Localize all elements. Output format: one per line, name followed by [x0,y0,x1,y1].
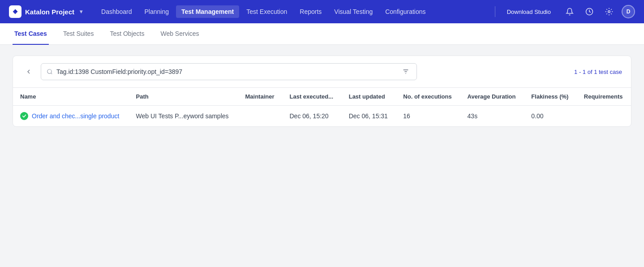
nav-reports[interactable]: Reports [294,5,327,18]
results-count: 1 - 1 of 1 test case [574,69,622,75]
brand-chevron: ▾ [80,9,82,15]
col-no-of-executions: No. of executions [396,88,460,106]
cell-no-of-executions: 16 [396,106,460,127]
brand-name: Katalon Project [25,8,74,16]
content-card: 1 - 1 of 1 test case Name Path Maintaine… [13,56,631,127]
col-average-duration: Average Duration [460,88,524,106]
tabs-bar: Test Cases Test Suites Test Objects Web … [0,23,644,45]
back-button[interactable] [22,65,35,78]
svg-line-3 [51,73,52,74]
brand-logo[interactable]: Katalon Project ▾ [9,5,82,18]
katalon-logo [9,5,21,18]
col-flakiness: Flakiness (%) [524,88,576,106]
cell-flakiness: 0.00 [524,106,576,127]
test-case-link[interactable]: Order and chec...single product [32,112,119,120]
results-count-text: 1 - 1 of 1 test case [574,69,622,75]
nav-dashboard[interactable]: Dashboard [96,5,137,18]
nav-test-management[interactable]: Test Management [176,5,239,18]
col-last-updated: Last updated [342,88,396,106]
history-button[interactable] [582,4,597,19]
nav-visual-testing[interactable]: Visual Testing [329,5,378,18]
nav-test-execution[interactable]: Test Execution [241,5,292,18]
test-cases-table: Name Path Maintainer Last executed... La… [13,88,631,126]
search-row: 1 - 1 of 1 test case [13,56,631,88]
nav-divider [495,6,495,17]
col-requirements: Requirements [577,88,631,106]
search-input[interactable] [56,68,397,75]
user-avatar[interactable]: D [622,5,635,18]
top-navigation: Katalon Project ▾ Dashboard Planning Tes… [0,0,644,23]
tab-test-suites[interactable]: Test Suites [61,23,95,45]
tab-test-cases[interactable]: Test Cases [13,23,49,45]
col-last-executed: Last executed... [282,88,341,106]
col-maintainer: Maintainer [238,88,282,106]
table-header-row: Name Path Maintainer Last executed... La… [13,88,631,106]
cell-last-updated: Dec 06, 15:31 [342,106,396,127]
nav-configurations[interactable]: Configurations [380,5,431,18]
filter-button[interactable] [400,66,411,77]
table-row: Order and chec...single product Web UI T… [13,106,631,127]
cell-path: Web UI Tests P...eyword samples [129,106,238,127]
nav-links: Dashboard Planning Test Management Test … [96,5,489,18]
cell-name: Order and chec...single product [13,106,129,127]
test-name-cell: Order and chec...single product [20,112,122,120]
svg-point-2 [47,69,52,73]
svg-point-1 [608,11,610,13]
search-icon [47,69,53,75]
cell-requirements [577,106,631,127]
col-name: Name [13,88,129,106]
cell-last-executed: Dec 06, 15:20 [282,106,341,127]
cell-maintainer [238,106,282,127]
settings-button[interactable] [602,4,616,19]
col-path: Path [129,88,238,106]
download-studio-button[interactable]: Download Studio [501,6,557,18]
search-input-wrap [41,63,417,80]
tab-web-services[interactable]: Web Services [159,23,201,45]
notifications-button[interactable] [562,4,577,19]
cell-average-duration: 43s [460,106,524,127]
status-pass-icon [20,112,28,120]
nav-planning[interactable]: Planning [139,5,175,18]
main-content: 1 - 1 of 1 test case Name Path Maintaine… [0,45,644,138]
nav-actions: Download Studio D [501,4,635,19]
tab-test-objects[interactable]: Test Objects [108,23,146,45]
